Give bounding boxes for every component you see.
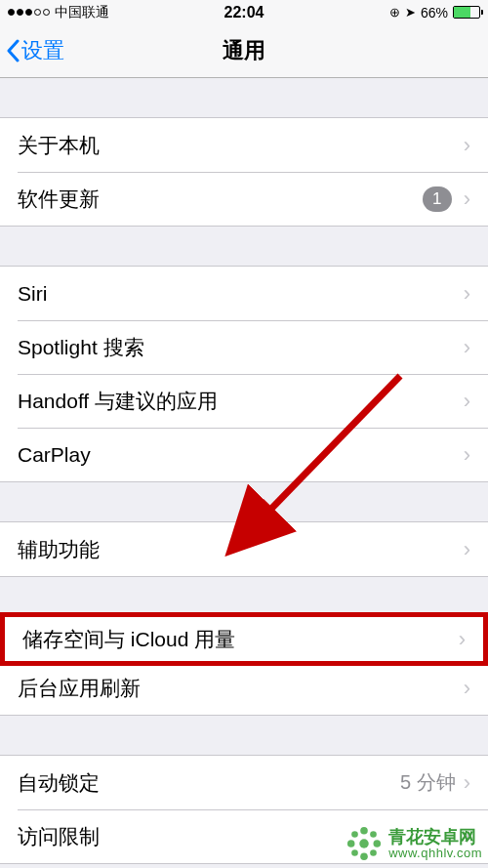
watermark-url: www.qhhlv.com <box>388 847 482 860</box>
svg-point-3 <box>360 853 368 861</box>
carrier-label: 中国联通 <box>55 4 109 21</box>
signal-dots-icon <box>8 9 50 16</box>
battery-icon <box>453 6 480 19</box>
chevron-right-icon: › <box>464 442 470 468</box>
group-about: 关于本机 › 软件更新 1 › <box>0 117 488 227</box>
cell-label: 软件更新 <box>18 186 423 213</box>
cell-detail: 5 分钟 <box>400 769 456 796</box>
cell-label: Spotlight 搜索 <box>18 334 464 361</box>
cell-auto-lock[interactable]: 自动锁定 5 分钟 › <box>0 756 488 809</box>
update-badge: 1 <box>423 186 452 212</box>
chevron-right-icon: › <box>464 281 470 307</box>
chevron-right-icon: › <box>464 770 470 796</box>
status-bar: 中国联通 22:04 ⊕ ➤ 66% <box>0 0 488 24</box>
svg-point-5 <box>374 840 382 847</box>
svg-point-9 <box>370 849 377 856</box>
cell-software-update[interactable]: 软件更新 1 › <box>0 172 488 226</box>
cell-handoff[interactable]: Handoff 与建议的应用 › <box>0 374 488 428</box>
cell-siri[interactable]: Siri › <box>0 267 488 320</box>
chevron-left-icon <box>6 39 21 62</box>
cell-label: 关于本机 <box>18 132 464 159</box>
svg-point-1 <box>359 839 369 848</box>
chevron-right-icon: › <box>459 627 466 652</box>
group-accessibility: 辅助功能 › <box>0 521 488 577</box>
status-time: 22:04 <box>224 4 264 21</box>
chevron-right-icon: › <box>464 186 470 212</box>
group-siri: Siri › Spotlight 搜索 › Handoff 与建议的应用 › C… <box>0 266 488 482</box>
cell-label: 储存空间与 iCloud 用量 <box>22 626 459 653</box>
back-button[interactable]: 设置 <box>0 36 64 65</box>
settings-list: 关于本机 › 软件更新 1 › Siri › Spotlight 搜索 › Ha… <box>0 78 488 864</box>
cell-label: CarPlay <box>18 443 464 467</box>
status-right: ⊕ ➤ 66% <box>389 5 480 21</box>
svg-point-4 <box>347 840 355 847</box>
svg-point-2 <box>360 827 368 835</box>
cell-label: 后台应用刷新 <box>18 675 464 702</box>
cell-label: Handoff 与建议的应用 <box>18 388 464 415</box>
watermark-name: 青花安卓网 <box>388 828 482 847</box>
page-title: 通用 <box>223 36 265 65</box>
chevron-right-icon: › <box>464 335 470 360</box>
cell-about[interactable]: 关于本机 › <box>0 118 488 172</box>
svg-point-8 <box>351 849 358 856</box>
chevron-right-icon: › <box>464 676 470 701</box>
svg-point-6 <box>351 831 358 838</box>
watermark: 青花安卓网 www.qhhlv.com <box>346 825 482 862</box>
cell-accessibility[interactable]: 辅助功能 › <box>0 522 488 576</box>
cell-carplay[interactable]: CarPlay › <box>0 428 488 481</box>
battery-percent: 66% <box>421 5 448 21</box>
group-storage: 储存空间与 iCloud 用量 › 后台应用刷新 › <box>0 616 488 716</box>
status-left: 中国联通 <box>8 4 109 21</box>
cell-storage-icloud[interactable]: 储存空间与 iCloud 用量 › <box>0 612 488 666</box>
back-label: 设置 <box>21 36 64 65</box>
cell-background-refresh[interactable]: 后台应用刷新 › <box>0 661 488 715</box>
cell-label: Siri <box>18 282 464 306</box>
location-icon: ➤ <box>405 5 416 20</box>
chevron-right-icon: › <box>464 133 470 158</box>
svg-point-7 <box>370 831 377 838</box>
cell-label: 辅助功能 <box>18 536 464 563</box>
orientation-lock-icon: ⊕ <box>389 5 400 20</box>
cell-label: 自动锁定 <box>18 769 400 797</box>
chevron-right-icon: › <box>464 537 470 562</box>
watermark-logo-icon <box>346 825 383 862</box>
nav-bar: 设置 通用 <box>0 24 488 78</box>
chevron-right-icon: › <box>464 389 470 414</box>
cell-spotlight[interactable]: Spotlight 搜索 › <box>0 320 488 374</box>
